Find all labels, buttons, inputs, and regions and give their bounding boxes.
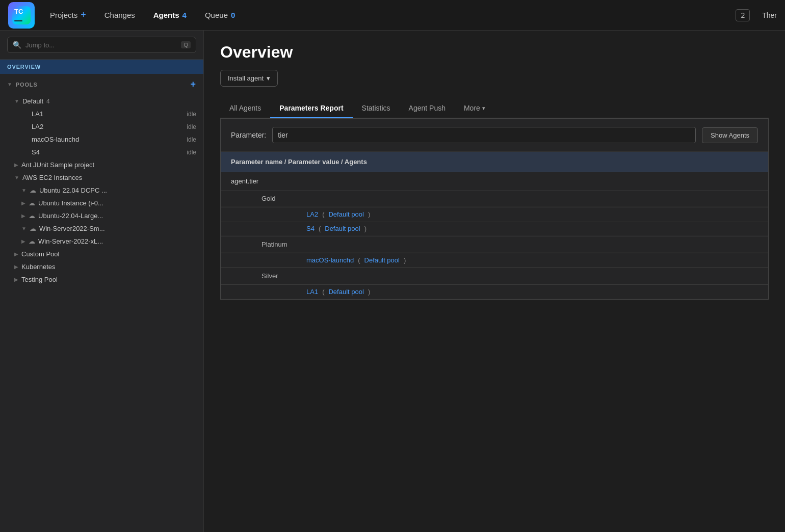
sidebar-item-kubernetes[interactable]: ▶ Kubernetes — [0, 260, 203, 273]
sidebar-item-default-pool[interactable]: ▼ Default 4 — [0, 95, 203, 108]
param-input[interactable] — [272, 127, 696, 143]
agent-name-link[interactable]: macOS-launchd — [306, 256, 354, 264]
chevron-right-icon: ▶ — [14, 162, 18, 168]
pools-collapse-icon[interactable]: ▼ — [7, 82, 13, 87]
nav-projects[interactable]: Projects + — [47, 8, 89, 22]
page-title: Overview — [220, 43, 769, 62]
chevron-right-icon: ▶ — [14, 251, 18, 257]
sidebar-search[interactable]: 🔍 Q — [7, 37, 196, 53]
report-agent-s4: S4 (Default pool) — [221, 222, 768, 236]
sidebar-item-testing-pool[interactable]: ▶ Testing Pool — [0, 273, 203, 286]
notification-count[interactable]: 2 — [736, 9, 750, 21]
sidebar-item-macos-launchd[interactable]: macOS-launchd idle — [0, 133, 203, 146]
nav-queue[interactable]: Queue 0 — [202, 9, 238, 21]
chevron-right-icon: ▶ — [14, 277, 18, 282]
sidebar-overview-header[interactable]: OVERVIEW — [0, 59, 203, 74]
tab-statistics[interactable]: Statistics — [353, 99, 400, 118]
report-value-platinum: Platinum — [221, 236, 768, 253]
chevron-right-icon: ▶ — [21, 213, 25, 219]
sidebar-item-la2[interactable]: LA2 idle — [0, 120, 203, 133]
tab-parameters-report[interactable]: Parameters Report — [270, 99, 352, 118]
report-agent-la1: LA1 (Default pool) — [221, 285, 768, 299]
sidebar-item-ubuntu-large[interactable]: ▶ ☁ Ubuntu-22.04-Large... — [0, 209, 203, 222]
pool-link[interactable]: Default pool — [328, 210, 363, 218]
sidebar-item-ubuntu-dcpc[interactable]: ▼ ☁ Ubuntu 22.04 DCPC ... — [0, 184, 203, 197]
cloud-icon: ☁ — [29, 237, 35, 245]
nav-changes[interactable]: Changes — [101, 9, 138, 21]
report-agent-macos-launchd: macOS-launchd (Default pool) — [221, 253, 768, 268]
cloud-icon: ☁ — [29, 212, 35, 220]
nav-agents[interactable]: Agents 4 — [150, 9, 190, 21]
chevron-down-icon: ▼ — [14, 98, 19, 104]
sidebar-item-s4[interactable]: S4 idle — [0, 146, 203, 158]
cloud-icon: ☁ — [30, 187, 36, 194]
sidebar-item-ubuntu-instance[interactable]: ▶ ☁ Ubuntu Instance (i-0... — [0, 197, 203, 209]
sidebar-item-aws-ec2[interactable]: ▼ AWS EC2 Instances — [0, 171, 203, 184]
logo[interactable]: TC — [8, 2, 35, 29]
chevron-down-icon: ▼ — [21, 226, 27, 231]
pool-link[interactable]: Default pool — [328, 288, 363, 296]
chevron-down-icon: ▾ — [482, 105, 485, 112]
show-agents-button[interactable]: Show Agents — [702, 127, 758, 143]
chevron-down-icon: ▾ — [267, 74, 270, 82]
content: Overview Install agent ▾ All Agents Para… — [204, 31, 785, 532]
pool-link[interactable]: Default pool — [325, 225, 360, 232]
chevron-down-icon: ▼ — [14, 175, 19, 180]
sidebar-item-ant-junit[interactable]: ▶ Ant JUnit Sample project — [0, 158, 203, 171]
add-project-icon[interactable]: + — [81, 10, 86, 20]
param-label: Parameter: — [231, 131, 266, 139]
sidebar-item-win-server-xl[interactable]: ▶ ☁ Win-Server-2022-xL... — [0, 235, 203, 248]
sidebar-item-la1[interactable]: LA1 idle — [0, 108, 203, 120]
main-layout: 🔍 Q OVERVIEW ▼ POOLS + ▼ Default 4 LA1 i… — [0, 31, 785, 532]
report-value-silver: Silver — [221, 268, 768, 284]
agent-name-link[interactable]: LA1 — [306, 288, 318, 296]
chevron-right-icon: ▶ — [21, 238, 25, 244]
search-input[interactable] — [25, 41, 177, 49]
sidebar-item-win-server-sm[interactable]: ▼ ☁ Win-Server2022-Sm... — [0, 222, 203, 235]
sidebar-pools-header: ▼ POOLS + — [0, 74, 203, 95]
agent-name-link[interactable]: LA2 — [306, 210, 318, 218]
agent-name-link[interactable]: S4 — [306, 225, 315, 232]
pool-link[interactable]: Default pool — [364, 256, 400, 264]
report-param-name: agent.tier — [221, 172, 768, 191]
report-section: agent.tier Gold LA2 (Default pool) S4 (D… — [221, 172, 768, 299]
chevron-right-icon: ▶ — [21, 200, 25, 206]
search-icon: 🔍 — [13, 41, 21, 49]
report-agent-la2: LA2 (Default pool) — [221, 207, 768, 222]
add-pool-icon[interactable]: + — [191, 79, 196, 90]
nav-user[interactable]: Ther — [762, 11, 777, 19]
install-agent-button[interactable]: Install agent ▾ — [220, 70, 278, 87]
sidebar: 🔍 Q OVERVIEW ▼ POOLS + ▼ Default 4 LA1 i… — [0, 31, 204, 532]
cloud-icon: ☁ — [29, 199, 35, 207]
tab-more[interactable]: More ▾ — [455, 99, 494, 118]
search-kbd: Q — [181, 41, 191, 48]
params-section: Parameter: Show Agents Parameter name / … — [220, 118, 769, 300]
topnav: TC Projects + Changes Agents 4 Queue 0 2… — [0, 0, 785, 31]
sidebar-item-custom-pool[interactable]: ▶ Custom Pool — [0, 248, 203, 260]
tab-agent-push[interactable]: Agent Push — [400, 99, 455, 118]
chevron-down-icon: ▼ — [21, 188, 27, 193]
report-value-gold: Gold — [221, 191, 768, 207]
param-input-row: Parameter: Show Agents — [221, 119, 768, 152]
table-header: Parameter name / Parameter value / Agent… — [221, 152, 768, 172]
cloud-icon: ☁ — [30, 225, 36, 232]
chevron-right-icon: ▶ — [14, 264, 18, 270]
tab-all-agents[interactable]: All Agents — [220, 99, 270, 118]
tabs: All Agents Parameters Report Statistics … — [220, 99, 769, 118]
